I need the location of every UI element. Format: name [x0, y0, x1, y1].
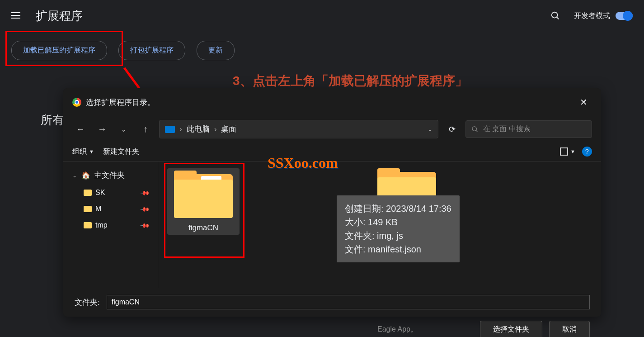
breadcrumb[interactable]: › 此电脑 › 桌面 ⌄ — [159, 120, 438, 138]
side-label: 所有 — [41, 112, 64, 128]
dev-mode-toggle[interactable] — [616, 12, 633, 20]
folder-tooltip: 创建日期: 2023/8/14 17:36 大小: 149 KB 文件夹: im… — [337, 195, 460, 262]
load-unpacked-button[interactable]: 加载已解压的扩展程序 — [11, 41, 107, 60]
update-button[interactable]: 更新 — [197, 41, 235, 60]
tree-item-tmp[interactable]: tmp📌 — [70, 217, 151, 233]
menu-icon[interactable] — [11, 10, 22, 21]
search-icon — [471, 126, 479, 133]
folder-name-input[interactable] — [107, 295, 590, 309]
nav-recent-button[interactable]: ⌄ — [116, 121, 132, 138]
folder-picker-dialog: 选择扩展程序目录。 ✕ ← → ⌄ ↑ › 此电脑 › 桌面 ⌄ ⟳ 在 桌面 … — [63, 88, 601, 317]
close-button[interactable]: ✕ — [575, 95, 592, 110]
svg-line-5 — [476, 130, 477, 132]
folder-icon — [174, 171, 233, 218]
view-mode-button[interactable]: ▼ — [560, 147, 575, 156]
svg-point-4 — [472, 127, 476, 131]
nav-forward-button[interactable]: → — [94, 121, 110, 138]
folder-input-label: 文件夹: — [75, 297, 100, 308]
dev-mode-label: 开发者模式 — [574, 11, 610, 21]
organize-button[interactable]: 组织▼ — [72, 147, 94, 157]
tree-root[interactable]: ⌄🏠 主文件夹 — [70, 166, 151, 185]
cancel-button[interactable]: 取消 — [549, 321, 590, 337]
annotation-step-3: 3、点击左上角「加载已解压的扩展程序」 — [233, 72, 468, 90]
select-folder-button[interactable]: 选择文件夹 — [480, 321, 542, 337]
dialog-title: 选择扩展程序目录。 — [86, 97, 571, 108]
new-folder-button[interactable]: 新建文件夹 — [103, 147, 139, 157]
search-placeholder: 在 桌面 中搜索 — [483, 124, 531, 134]
nav-back-button[interactable]: ← — [72, 121, 89, 138]
background-text: Eagle App。 — [377, 325, 418, 334]
nav-up-button[interactable]: ↑ — [137, 121, 154, 138]
breadcrumb-pc[interactable]: 此电脑 — [187, 124, 210, 134]
watermark: SSXoo.com — [268, 155, 381, 182]
page-title: 扩展程序 — [36, 8, 550, 24]
folder-tree: ⌄🏠 主文件夹 SK📌 M📌 tmp📌 — [63, 161, 158, 288]
breadcrumb-desktop[interactable]: 桌面 — [221, 124, 236, 134]
svg-line-1 — [557, 17, 559, 19]
refresh-button[interactable]: ⟳ — [444, 121, 460, 138]
tree-item-m[interactable]: M📌 — [70, 201, 151, 217]
pack-button[interactable]: 打包扩展程序 — [118, 41, 185, 60]
folder-figmacn[interactable]: figmaCN — [167, 168, 240, 235]
search-input[interactable]: 在 桌面 中搜索 — [465, 120, 592, 138]
tree-item-sk[interactable]: SK📌 — [70, 185, 151, 201]
pc-icon — [165, 126, 175, 133]
svg-point-0 — [552, 12, 558, 18]
help-icon[interactable]: ? — [582, 147, 592, 157]
chrome-icon — [72, 98, 81, 107]
search-icon[interactable] — [550, 11, 560, 21]
